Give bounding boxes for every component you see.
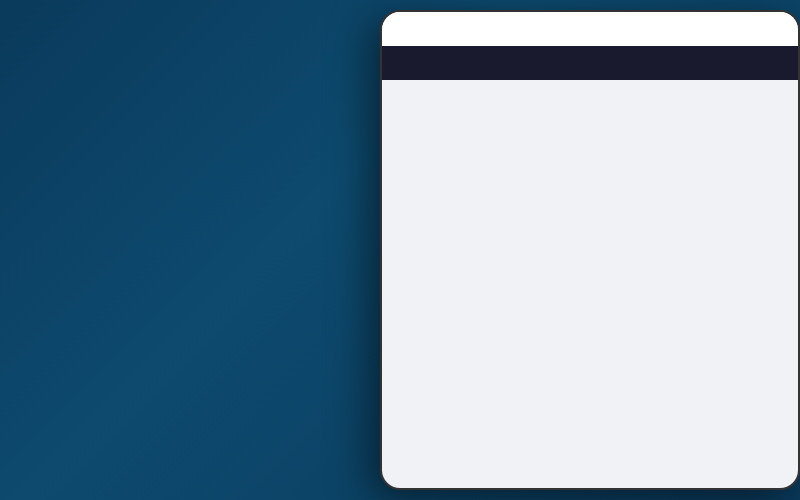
left-section: [0, 210, 340, 290]
tablet-screen[interactable]: [382, 12, 798, 488]
tablet-wrapper: [380, 10, 800, 500]
recently-played-section: [382, 46, 798, 80]
my-records-section: [382, 12, 798, 46]
tablet: [380, 10, 800, 490]
